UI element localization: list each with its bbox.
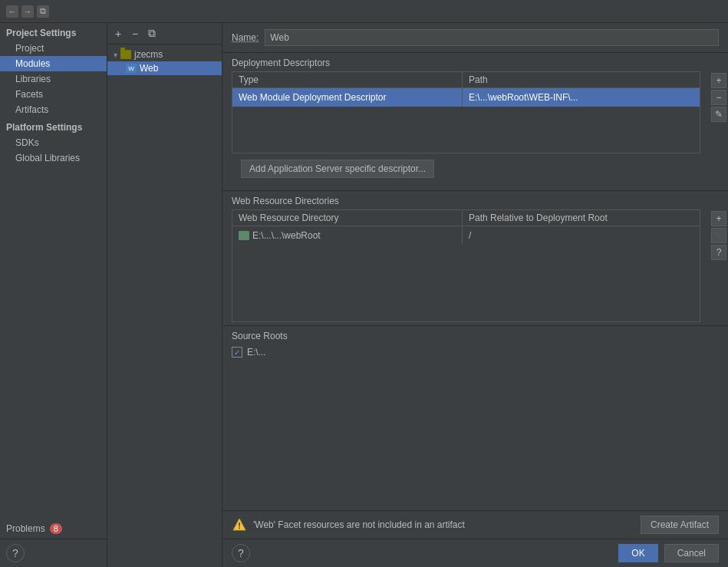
name-row: Name:	[222, 23, 728, 53]
title-bar: ← → ⧉	[0, 0, 728, 23]
main-layout: Project Settings Project Modules Librari…	[0, 23, 728, 567]
sidebar-bottom: Problems 8	[0, 519, 107, 539]
sidebar-item-sdks[interactable]: SDKs	[0, 135, 107, 150]
sidebar-item-problems[interactable]: Problems	[6, 523, 45, 534]
directory-icon	[239, 231, 249, 240]
add-descriptor-button[interactable]: +	[711, 73, 726, 88]
edit-web-resource-button[interactable]: ✎	[711, 228, 726, 243]
help-web-resource-button[interactable]: ?	[711, 245, 726, 260]
back-button[interactable]: ←	[6, 5, 18, 18]
table-cell-type: Web Module Deployment Descriptor	[232, 88, 463, 107]
deployment-descriptors-table: Type Path Web Module Deployment Descript…	[232, 71, 700, 153]
type-column-header: Type	[232, 72, 463, 87]
deployment-descriptors-side-buttons: + − ✎	[710, 71, 728, 157]
create-artifact-button[interactable]: Create Artifact	[641, 516, 719, 534]
web-resource-side-buttons: + ✎ ?	[710, 209, 728, 325]
web-resource-relative-path-cell: /	[463, 226, 700, 245]
deployment-descriptors-wrapper: Type Path Web Module Deployment Descript…	[222, 71, 728, 157]
tree-node-web-label: Web	[140, 63, 158, 74]
project-settings-label: Project Settings	[0, 23, 107, 41]
content-area: Name: Deployment Descriptors Type Path W…	[222, 23, 728, 567]
forward-button[interactable]: →	[21, 5, 34, 18]
bottom-bar: ? OK Cancel	[222, 539, 728, 567]
warning-text: 'Web' Facet resources are not included i…	[253, 519, 634, 530]
warning-icon: !	[232, 517, 247, 532]
source-root-checkbox[interactable]	[232, 347, 242, 358]
content-scroll: Deployment Descriptors Type Path Web Mod…	[222, 53, 728, 510]
platform-settings-label: Platform Settings	[0, 117, 107, 135]
tree-remove-button[interactable]: −	[127, 26, 143, 41]
tree-node-label: jzecms	[134, 49, 163, 60]
source-root-row: E:\...	[222, 344, 728, 360]
tree-node-jzecms[interactable]: ▾ jzecms	[107, 48, 222, 61]
web-resource-directory-cell: E:\...\...\webRoot	[232, 226, 463, 245]
wr-directory-column-header: Web Resource Directory	[232, 210, 463, 226]
deployment-descriptors-header: Type Path	[232, 72, 700, 88]
path-column-header: Path	[463, 72, 700, 87]
wr-path-column-header: Path Relative to Deployment Root	[463, 210, 700, 226]
folder-icon	[120, 50, 131, 59]
name-input[interactable]	[265, 29, 719, 46]
web-resource-path-text: E:\...\...\webRoot	[252, 230, 321, 241]
sidebar-item-artifacts[interactable]: Artifacts	[0, 102, 107, 117]
name-label: Name:	[232, 32, 259, 43]
copy-button[interactable]: ⧉	[37, 5, 49, 18]
sidebar-item-global-libraries[interactable]: Global Libraries	[0, 150, 107, 166]
title-bar-buttons: ← → ⧉	[6, 5, 49, 18]
web-resource-header: Web Resource Directory Path Relative to …	[232, 210, 700, 226]
add-application-server-descriptor-button[interactable]: Add Application Server specific descript…	[241, 160, 434, 178]
chevron-down-icon: ▾	[114, 51, 117, 59]
sidebar-help-button[interactable]: ?	[6, 544, 25, 562]
remove-descriptor-button[interactable]: −	[711, 90, 726, 105]
table-cell-path: E:\...\webRoot\WEB-INF\...	[463, 88, 700, 107]
source-roots-section: Source Roots E:\...	[222, 326, 728, 363]
deployment-descriptors-section: Deployment Descriptors Type Path Web Mod…	[222, 53, 728, 191]
sidebar-item-libraries[interactable]: Libraries	[0, 71, 107, 87]
tree-copy-button[interactable]: ⧉	[144, 26, 160, 41]
ok-button[interactable]: OK	[618, 544, 657, 562]
tree-content: ▾ jzecms W Web	[107, 45, 222, 78]
tree-panel: + − ⧉ ▾ jzecms W Web	[107, 23, 222, 567]
source-roots-title: Source Roots	[222, 326, 728, 344]
tree-add-button[interactable]: +	[110, 26, 126, 41]
web-resource-row[interactable]: E:\...\...\webRoot /	[232, 226, 700, 245]
sidebar-item-modules[interactable]: Modules	[0, 56, 107, 71]
deployment-descriptors-title: Deployment Descriptors	[222, 53, 728, 71]
sidebar-item-project[interactable]: Project	[0, 41, 107, 56]
sidebar-item-facets[interactable]: Facets	[0, 87, 107, 102]
cancel-button[interactable]: Cancel	[664, 544, 719, 562]
tree-toolbar: + − ⧉	[107, 23, 222, 45]
source-root-path: E:\...	[247, 347, 266, 358]
help-button[interactable]: ?	[232, 544, 250, 562]
edit-descriptor-button[interactable]: ✎	[711, 107, 726, 122]
problems-badge: 8	[50, 523, 62, 534]
sidebar: Project Settings Project Modules Librari…	[0, 23, 107, 567]
warning-bar: ! 'Web' Facet resources are not included…	[222, 510, 728, 539]
web-resource-wrapper: Web Resource Directory Path Relative to …	[222, 209, 728, 325]
web-resource-section: Web Resource Directories Web Resource Di…	[222, 191, 728, 326]
svg-text:!: !	[238, 521, 241, 530]
web-resource-table: Web Resource Directory Path Relative to …	[232, 209, 700, 322]
table-row[interactable]: Web Module Deployment Descriptor E:\...\…	[232, 88, 700, 107]
add-web-resource-button[interactable]: +	[711, 211, 726, 226]
tree-node-web[interactable]: W Web	[107, 61, 222, 75]
web-module-icon: W	[126, 64, 137, 73]
web-resource-title: Web Resource Directories	[222, 191, 728, 209]
